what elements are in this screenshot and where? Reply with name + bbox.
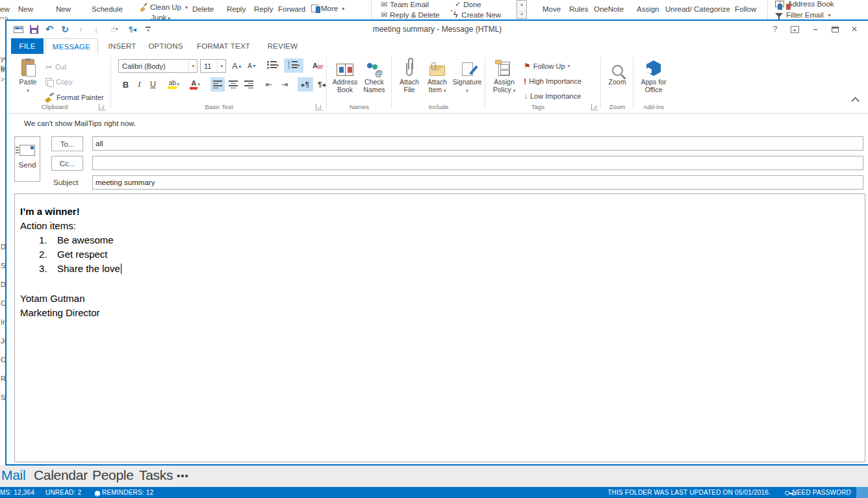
- message-body-editor[interactable]: I’m a winner! Action items: 1. Be awesom…: [14, 193, 865, 462]
- text-highlight-button[interactable]: ab▾: [164, 77, 183, 92]
- align-center-button[interactable]: [226, 77, 240, 92]
- schedule-button[interactable]: Schedule: [92, 5, 123, 13]
- basic-text-dialog-launcher[interactable]: [316, 104, 322, 110]
- quickstep-done[interactable]: ✓Done: [455, 0, 481, 8]
- expand-arrow[interactable]: >: [1, 75, 5, 83]
- rules-button[interactable]: Rules: [569, 5, 588, 13]
- tab-file[interactable]: FILE: [11, 38, 44, 54]
- folder-item[interactable]: D: [1, 243, 5, 251]
- maximize-button[interactable]: [825, 23, 845, 36]
- address-book-button[interactable]: Address Book: [330, 56, 360, 98]
- tab-format-text[interactable]: FORMAT TEXT: [194, 38, 253, 54]
- font-name-select[interactable]: Calibri (Body)▾: [118, 59, 198, 73]
- ribbon-display-options-button[interactable]: ▲: [785, 23, 804, 36]
- ltr-direction-button[interactable]: ▸¶: [298, 77, 313, 92]
- high-importance-button[interactable]: !High Importance: [524, 75, 581, 88]
- filter-email-button[interactable]: Filter Email▾: [775, 11, 831, 19]
- reply-all-button[interactable]: Reply: [254, 5, 273, 13]
- underline-button[interactable]: U: [147, 77, 159, 92]
- new-email-button[interactable]: New: [18, 5, 33, 13]
- signature-button[interactable]: Signature▾: [452, 56, 482, 98]
- nav-mail[interactable]: Mail: [1, 467, 25, 483]
- minimize-button[interactable]: –: [806, 23, 825, 36]
- categorize-button[interactable]: Categorize: [694, 5, 730, 13]
- to-field[interactable]: all: [92, 136, 863, 151]
- forward-button[interactable]: Forward: [278, 5, 305, 13]
- clear-formatting-button[interactable]: A: [308, 58, 322, 73]
- zoom-button[interactable]: Zoom: [604, 56, 630, 98]
- nav-tasks[interactable]: Tasks: [139, 467, 173, 483]
- cc-field[interactable]: [92, 156, 863, 170]
- status-need-password[interactable]: NEED PASSWORD: [785, 489, 851, 496]
- to-button[interactable]: To...: [51, 136, 83, 151]
- shrink-font-button[interactable]: A▼: [245, 59, 259, 73]
- clean-up-button[interactable]: Clean Up▾: [140, 3, 188, 11]
- close-button[interactable]: ✕: [845, 23, 864, 36]
- low-importance-button[interactable]: ↓Low Importance: [524, 90, 581, 103]
- tab-message[interactable]: MESSAGE: [45, 38, 98, 54]
- folder-inbox-selected[interactable]: In: [1, 65, 5, 73]
- clipboard-dialog-launcher[interactable]: [99, 104, 105, 110]
- folder-item[interactable]: In: [1, 318, 5, 326]
- account-name-fragment[interactable]: yo: [1, 55, 5, 62]
- bullets-button[interactable]: ▾: [264, 58, 282, 73]
- folder-item[interactable]: RS: [1, 375, 5, 382]
- nav-calendar[interactable]: Calendar: [34, 467, 88, 483]
- cc-button[interactable]: Cc...: [51, 156, 83, 171]
- attach-file-button[interactable]: Attach File: [396, 56, 422, 98]
- align-right-button[interactable]: [242, 77, 256, 92]
- quickstep-create-new[interactable]: ϟCreate New: [453, 10, 501, 19]
- status-item-count[interactable]: MS: 12,364: [0, 489, 34, 496]
- tab-insert[interactable]: INSERT: [105, 38, 139, 54]
- assign-policy-button-ribbon[interactable]: Assign Policy ▾: [490, 56, 518, 98]
- status-unread-count[interactable]: UNREAD: 2: [45, 489, 81, 496]
- increase-indent-button[interactable]: ⇥: [277, 77, 292, 92]
- attach-item-button[interactable]: Attach Item ▾: [424, 56, 451, 98]
- quickstep-reply-delete[interactable]: ✉Reply & Delete: [381, 10, 440, 19]
- paste-button[interactable]: Paste▾: [16, 56, 40, 98]
- copy-button[interactable]: Copy: [45, 75, 73, 88]
- status-reminders[interactable]: REMINDERS: 12: [95, 489, 153, 496]
- follow-up-button[interactable]: Follow: [735, 5, 756, 13]
- numbering-button[interactable]: ▾: [284, 58, 303, 73]
- new-items-button[interactable]: New: [56, 5, 71, 13]
- delete-button[interactable]: Delete: [192, 5, 214, 13]
- nav-more-ellipsis[interactable]: •••: [177, 470, 189, 481]
- collapse-ribbon-button[interactable]: [851, 97, 860, 105]
- more-respond-button[interactable]: More▾: [311, 5, 344, 12]
- help-button[interactable]: ?: [765, 23, 785, 36]
- font-color-button[interactable]: A▾: [186, 77, 204, 92]
- folder-item[interactable]: Ju: [1, 337, 5, 345]
- format-painter-button[interactable]: Format Painter: [45, 91, 104, 104]
- send-button[interactable]: Send: [14, 136, 40, 182]
- check-names-button[interactable]: @ Check Names: [360, 56, 389, 98]
- grow-font-button[interactable]: A▲: [230, 59, 244, 73]
- tags-dialog-launcher[interactable]: [591, 104, 598, 110]
- bold-button[interactable]: B: [120, 77, 132, 92]
- cut-button[interactable]: ✂Cut: [45, 60, 66, 73]
- address-book-button-main[interactable]: Address Book: [775, 0, 834, 8]
- italic-button[interactable]: I: [133, 77, 146, 92]
- folder-item[interactable]: Se: [1, 262, 5, 269]
- folder-item[interactable]: O: [1, 356, 5, 364]
- nav-people[interactable]: People: [92, 467, 134, 483]
- tab-review[interactable]: REVIEW: [264, 38, 301, 54]
- folder-item[interactable]: C: [1, 299, 5, 307]
- quickstep-team-email[interactable]: ✉Team Email: [381, 0, 429, 9]
- unread-read-button[interactable]: Unread/: [665, 5, 692, 13]
- decrease-indent-button[interactable]: ⇤: [261, 77, 276, 92]
- font-size-select[interactable]: 11▾: [200, 59, 226, 73]
- junk-button[interactable]: Junk▾: [151, 14, 170, 19]
- follow-up-button-ribbon[interactable]: ⚑Follow Up▾: [524, 60, 570, 73]
- folder-item[interactable]: D: [1, 280, 5, 288]
- apps-for-office-button[interactable]: Apps for Office: [638, 56, 669, 98]
- tab-options[interactable]: OPTIONS: [146, 38, 186, 54]
- folder-item[interactable]: Se: [1, 393, 5, 401]
- assign-policy-button[interactable]: Assign: [637, 5, 659, 13]
- align-left-button[interactable]: [211, 77, 225, 92]
- subject-field[interactable]: meeting summary: [92, 175, 863, 190]
- onenote-button[interactable]: OneNote: [594, 5, 624, 13]
- reply-button[interactable]: Reply: [227, 5, 246, 13]
- quicksteps-scroll-spinner[interactable]: ▾▾: [517, 0, 527, 19]
- move-button[interactable]: Move: [542, 5, 561, 13]
